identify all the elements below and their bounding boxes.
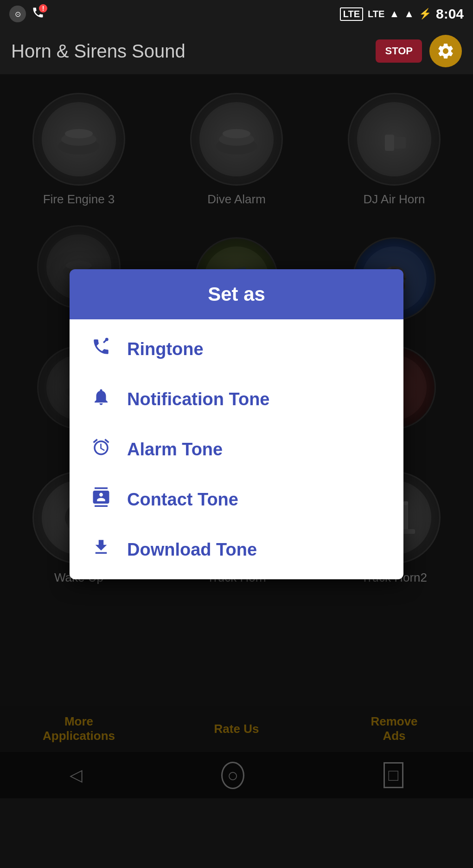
time-display: 8:04 [436,6,464,22]
settings-button[interactable] [429,35,462,67]
signal-icon: ▲ [389,8,399,20]
ringtone-icon [88,337,114,361]
modal-title: Set as [208,283,265,305]
svg-point-24 [105,338,109,341]
ringtone-label: Ringtone [127,339,204,359]
battery-icon: ⚡ [419,8,431,20]
circle-icon: ⊙ [9,6,26,22]
lte-phone-badge: LTE [340,7,363,21]
notification-tone-label: Notification Tone [127,389,270,409]
contact-tone-icon [88,487,114,512]
alarm-tone-option[interactable]: Alarm Tone [70,424,403,474]
contact-tone-option[interactable]: Contact Tone [70,474,403,525]
notification-tone-icon [88,387,114,411]
header-buttons: STOP [376,35,462,67]
alarm-tone-label: Alarm Tone [127,440,223,460]
notification-tone-option[interactable]: Notification Tone [70,374,403,424]
modal-body: Ringtone Notification Tone [70,319,403,579]
ringtone-option[interactable]: Ringtone [70,324,403,374]
notification-icon: ! [32,6,45,22]
status-bar: ⊙ ! LTE LTE ▲ ▲ ⚡ 8:04 [0,0,473,28]
modal-header: Set as [70,269,403,319]
status-left: ⊙ ! [9,6,45,22]
download-tone-label: Download Tone [127,540,257,560]
download-tone-option[interactable]: Download Tone [70,525,403,575]
alarm-tone-icon [88,437,114,461]
bg-content: Fire Engine 3 Dive Alarm [0,74,473,798]
lte-text: LTE [368,9,384,19]
modal-overlay[interactable]: Set as Ringtone [0,74,473,798]
gear-icon [436,42,455,60]
status-right: LTE LTE ▲ ▲ ⚡ 8:04 [340,6,464,22]
contact-tone-label: Contact Tone [127,490,238,510]
app-title: Horn & Sirens Sound [11,41,185,62]
stop-button[interactable]: STOP [376,39,422,63]
app-header: Horn & Sirens Sound STOP [0,28,473,74]
set-as-modal: Set as Ringtone [70,269,403,579]
signal-icon2: ▲ [404,8,414,20]
download-tone-icon [88,538,114,562]
